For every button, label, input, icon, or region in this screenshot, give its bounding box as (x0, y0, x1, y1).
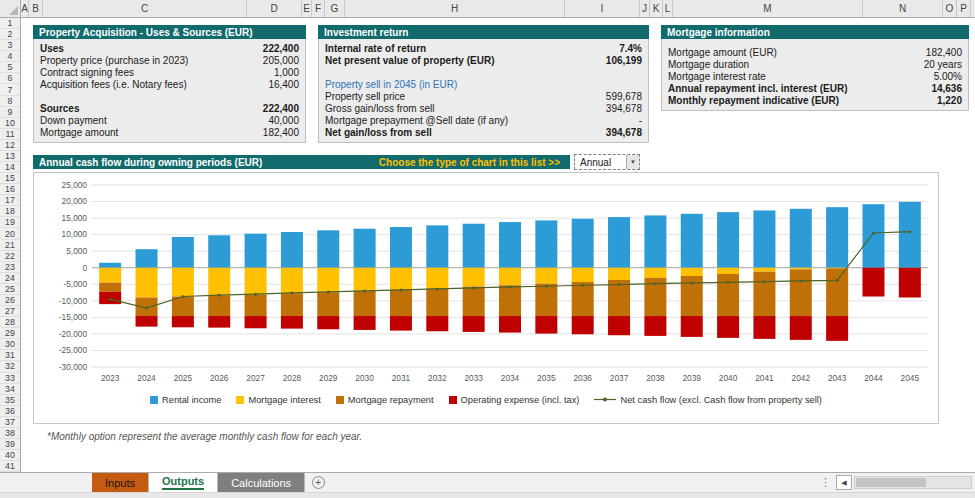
sheet-area[interactable]: Property Acquisition - Uses & Sources (E… (21, 18, 975, 472)
row-header-33[interactable]: 33 (0, 373, 20, 384)
cell-value[interactable]: 394,678 (606, 103, 642, 114)
cell-value[interactable]: 16,400 (268, 79, 299, 90)
row-header-2[interactable]: 2 (0, 29, 20, 40)
cell-label[interactable]: Sources (40, 103, 79, 114)
cell-label[interactable]: Internal rate of return (325, 43, 426, 54)
chevron-down-icon[interactable]: ▼ (626, 155, 639, 169)
tab-splitter-handle[interactable]: ⋮ (820, 476, 831, 489)
row-header-19[interactable]: 19 (0, 217, 20, 228)
cell-label[interactable]: Uses (40, 43, 64, 54)
cell-label[interactable]: Net gain/loss from sell (325, 127, 432, 138)
cell-value[interactable]: 20 years (924, 59, 962, 70)
row-header-39[interactable]: 39 (0, 439, 20, 450)
row-header-41[interactable]: 41 (0, 461, 20, 472)
add-sheet-button[interactable]: + (305, 473, 331, 492)
cell-label[interactable]: Monthly repayment indicative (EUR) (668, 95, 839, 106)
row-header-15[interactable]: 15 (0, 173, 20, 184)
row-header-37[interactable]: 37 (0, 417, 20, 428)
row-header-35[interactable]: 35 (0, 395, 20, 406)
row-header-21[interactable]: 21 (0, 240, 20, 251)
cell-label[interactable]: Mortgage interest rate (668, 71, 766, 82)
cell-value[interactable]: 599,678 (606, 91, 642, 102)
row-header-9[interactable]: 9 (0, 107, 20, 118)
cell-value[interactable]: 222,400 (263, 43, 299, 54)
row-header-26[interactable]: 26 (0, 295, 20, 306)
column-header-I[interactable]: I (565, 0, 640, 17)
scroll-left-icon[interactable]: ◀ (836, 475, 852, 490)
cell-label[interactable]: Property sell price (325, 91, 405, 102)
column-header-O[interactable]: O (943, 0, 957, 17)
cell-value[interactable]: 1,220 (937, 95, 962, 106)
chart-type-dropdown[interactable]: Annual ▼ (574, 154, 640, 170)
row-header-14[interactable]: 14 (0, 162, 20, 173)
cell-label[interactable]: Property sell in 2045 (in EUR) (325, 79, 457, 90)
row-header-6[interactable]: 6 (0, 73, 20, 84)
cell-value[interactable]: 14,636 (931, 83, 962, 94)
row-header-38[interactable]: 38 (0, 428, 20, 439)
cell-label[interactable]: Mortgage amount (EUR) (668, 47, 777, 58)
row-header-30[interactable]: 30 (0, 339, 20, 350)
cell-value[interactable]: - (639, 115, 642, 126)
row-header-17[interactable]: 17 (0, 195, 20, 206)
sheet-tab-inputs[interactable]: Inputs (92, 473, 149, 492)
cell-label[interactable]: Mortgage duration (668, 59, 749, 70)
cell-value[interactable]: 7.4% (619, 43, 642, 54)
cell-label[interactable]: Acquisition fees (i.e. Notary fees) (40, 79, 187, 90)
row-header-40[interactable]: 40 (0, 450, 20, 461)
cell-label[interactable]: Gross gain/loss from sell (325, 103, 434, 114)
row-header-13[interactable]: 13 (0, 151, 20, 162)
row-header-1[interactable]: 1 (0, 18, 20, 29)
row-header-29[interactable]: 29 (0, 328, 20, 339)
cell-value[interactable]: 182,400 (926, 47, 962, 58)
row-header-36[interactable]: 36 (0, 406, 20, 417)
row-header-31[interactable]: 31 (0, 350, 20, 361)
row-header-32[interactable]: 32 (0, 361, 20, 372)
horizontal-scrollbar[interactable] (854, 476, 972, 489)
cell-value[interactable]: 106,199 (606, 55, 642, 66)
row-header-11[interactable]: 11 (0, 129, 20, 140)
row-header-12[interactable]: 12 (0, 140, 20, 151)
column-header-F[interactable]: F (312, 0, 325, 17)
cell-label[interactable]: Annual repayment incl. interest (EUR) (668, 83, 847, 94)
row-header-20[interactable]: 20 (0, 228, 20, 239)
row-header-10[interactable]: 10 (0, 118, 20, 129)
row-header-25[interactable]: 25 (0, 284, 20, 295)
column-header-H[interactable]: H (345, 0, 565, 17)
cell-label[interactable]: Down payment (40, 115, 107, 126)
cell-value[interactable]: 205,000 (263, 55, 299, 66)
cell-label[interactable]: Net present value of property (EUR) (325, 55, 494, 66)
cell-value[interactable]: 1,000 (274, 67, 299, 78)
row-header-24[interactable]: 24 (0, 273, 20, 284)
column-header-E[interactable]: E (302, 0, 312, 17)
cashflow-chart[interactable]: 25,00020,00015,00010,0005,0000-5,000-10,… (33, 172, 939, 424)
cell-value[interactable]: 182,400 (263, 127, 299, 138)
row-header-18[interactable]: 18 (0, 206, 20, 217)
row-header-27[interactable]: 27 (0, 306, 20, 317)
cell-value[interactable]: 40,000 (268, 115, 299, 126)
row-header-28[interactable]: 28 (0, 317, 20, 328)
column-header-B[interactable]: B (29, 0, 43, 17)
row-header-16[interactable]: 16 (0, 184, 20, 195)
cell-label[interactable]: Property price (purchase in 2023) (40, 55, 188, 66)
column-header-J[interactable]: J (640, 0, 650, 17)
cell-label[interactable]: Mortgage prepayment @Sell date (if any) (325, 115, 508, 126)
column-header-C[interactable]: C (43, 0, 247, 17)
row-header-23[interactable]: 23 (0, 262, 20, 273)
row-header-22[interactable]: 22 (0, 251, 20, 262)
sheet-tab-outputs[interactable]: Outputs (149, 473, 218, 492)
column-header-M[interactable]: M (673, 0, 863, 17)
cell-value[interactable]: 222,400 (263, 103, 299, 114)
column-header-G[interactable]: G (325, 0, 345, 17)
sheet-tab-calculations[interactable]: Calculations (218, 473, 305, 492)
row-header-4[interactable]: 4 (0, 51, 20, 62)
cell-label[interactable]: Mortgage amount (40, 127, 118, 138)
column-header-P[interactable]: P (957, 0, 971, 17)
cell-label[interactable]: Contract signing fees (40, 67, 134, 78)
row-header-5[interactable]: 5 (0, 62, 20, 73)
column-header-N[interactable]: N (863, 0, 943, 17)
cell-value[interactable]: 5.00% (934, 71, 962, 82)
cell-value[interactable]: 394,678 (606, 127, 642, 138)
row-header-7[interactable]: 7 (0, 84, 20, 95)
row-header-8[interactable]: 8 (0, 96, 20, 107)
column-header-K[interactable]: K (650, 0, 663, 17)
